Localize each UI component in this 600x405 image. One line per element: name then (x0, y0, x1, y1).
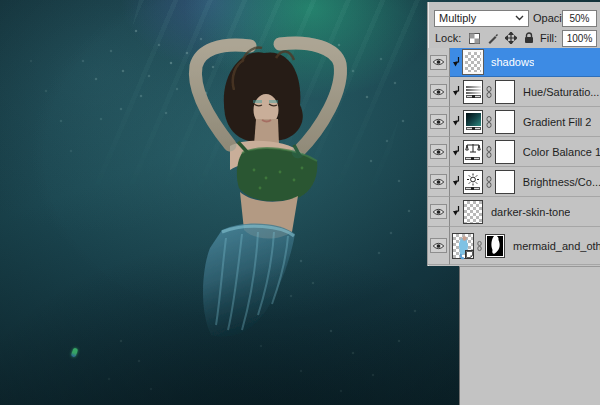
layer-visibility-toggle[interactable] (430, 174, 447, 189)
layer-row-color-balance-1[interactable]: Color Balance 1 (428, 137, 600, 167)
eye-icon (432, 88, 445, 96)
layer-thumbnail[interactable] (463, 50, 483, 74)
lock-image-pixels-icon[interactable] (487, 33, 498, 44)
fill-label: Fill: (540, 32, 557, 44)
layer-mask-thumbnail[interactable] (495, 170, 515, 194)
clipping-mask-arrow-icon (452, 57, 460, 68)
fill-field[interactable]: 100% (562, 30, 597, 47)
link-icon (486, 176, 492, 188)
clipping-mask-arrow-icon (452, 176, 460, 187)
sun-icon (466, 173, 480, 186)
mask-silhouette (487, 235, 503, 257)
layer-name: Hue/Saturatio... (523, 86, 599, 98)
color-balance-adjustment-thumbnail[interactable] (463, 140, 483, 164)
clipping-mask-arrow-icon (452, 116, 460, 127)
layer-row-mermaid[interactable]: mermaid_and_othe... (428, 227, 600, 265)
layer-name: shadows (491, 56, 534, 68)
layers-panel-empty-area (459, 266, 600, 405)
layer-mask-thumbnail[interactable] (485, 234, 505, 258)
layer-visibility-toggle[interactable] (430, 144, 447, 159)
layer-visibility-toggle[interactable] (430, 55, 447, 70)
smart-object-badge-icon (465, 250, 474, 259)
eye-icon (432, 208, 445, 216)
eye-icon (432, 178, 445, 186)
layer-mask-thumbnail[interactable] (495, 80, 515, 104)
blend-mode-value: Multiply (439, 12, 476, 24)
blend-opacity-row: Multiply Opacity: 50% (428, 8, 600, 28)
layer-visibility-toggle[interactable] (430, 114, 447, 129)
layer-row-shadows[interactable]: shadows (428, 48, 600, 77)
eye-icon (432, 242, 445, 250)
eye-icon (432, 118, 445, 126)
link-icon (477, 240, 482, 252)
layer-name: mermaid_and_othe... (513, 240, 600, 252)
lock-position-icon[interactable] (505, 32, 517, 44)
lock-fill-row: Lock: Fill: 100% (428, 31, 600, 49)
photoshop-workspace: Multiply Opacity: 50% Lock: (0, 0, 600, 405)
eye-icon (432, 58, 445, 66)
clipping-mask-arrow-icon (452, 86, 460, 97)
eye-icon (432, 148, 445, 156)
layer-mask-thumbnail[interactable] (495, 140, 515, 164)
layer-row-darker-skin-tone[interactable]: darker-skin-tone (428, 197, 600, 227)
layer-mask-thumbnail[interactable] (495, 110, 515, 134)
layer-row-gradient-fill-2[interactable]: Gradient Fill 2 (428, 107, 600, 137)
layers-panel: Multiply Opacity: 50% Lock: (427, 2, 600, 266)
layer-name: darker-skin-tone (491, 206, 570, 218)
scales-icon (465, 143, 481, 156)
lock-transparent-pixels-icon[interactable] (469, 33, 480, 44)
layer-row-hue-saturation[interactable]: Hue/Saturatio... (428, 77, 600, 107)
layer-name: Brightness/Co... (523, 176, 600, 188)
blend-mode-select[interactable]: Multiply (434, 10, 529, 27)
layer-visibility-toggle[interactable] (430, 84, 447, 99)
clipping-mask-arrow-icon (452, 146, 460, 157)
layer-thumbnail[interactable] (463, 200, 483, 224)
chevron-down-icon (515, 15, 524, 21)
link-icon (486, 116, 492, 128)
lock-all-icon[interactable] (524, 32, 534, 44)
layers-list: shadows Hue/Saturatio... (428, 48, 600, 265)
layer-visibility-toggle[interactable] (430, 204, 447, 219)
layer-visibility-toggle[interactable] (430, 238, 447, 253)
brightness-contrast-adjustment-thumbnail[interactable] (463, 170, 483, 194)
gradient-fill-thumbnail[interactable] (463, 110, 483, 134)
link-icon (486, 146, 492, 158)
clipping-mask-arrow-icon (452, 206, 460, 217)
smart-object-layer-thumbnail[interactable] (452, 233, 474, 259)
hue-saturation-adjustment-thumbnail[interactable] (463, 80, 483, 104)
layer-name: Gradient Fill 2 (523, 116, 591, 128)
layer-row-brightness-contrast[interactable]: Brightness/Co... (428, 167, 600, 197)
lock-label: Lock: (435, 32, 461, 44)
opacity-field[interactable]: 50% (562, 10, 597, 27)
link-icon (486, 86, 492, 98)
layer-name: Color Balance 1 (523, 146, 600, 158)
